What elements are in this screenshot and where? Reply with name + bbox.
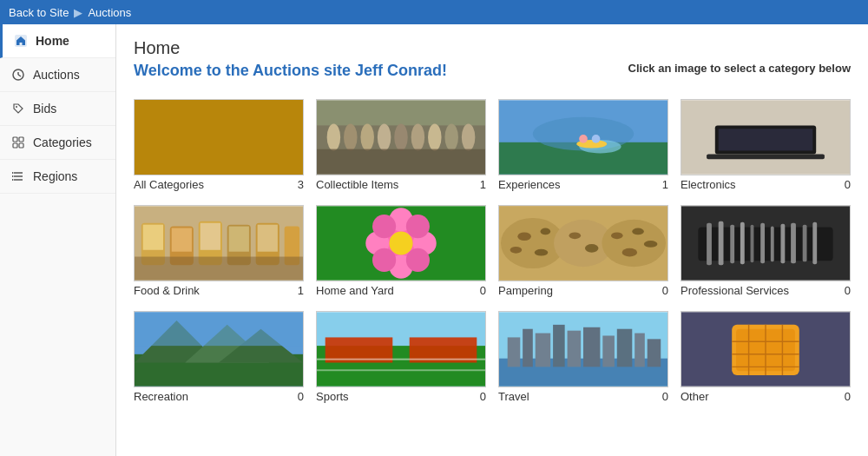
svg-rect-89 (803, 225, 807, 262)
category-grid: All Categories 3 (134, 99, 851, 403)
svg-rect-38 (707, 154, 825, 159)
category-electronics[interactable]: Electronics 0 (681, 99, 851, 191)
clock-icon (10, 67, 26, 83)
category-professional[interactable]: Professional Services 0 (681, 205, 851, 297)
grid-icon (10, 135, 26, 150)
svg-point-61 (406, 248, 430, 272)
category-count-home-yard: 0 (480, 284, 486, 297)
category-sports[interactable]: Sports 0 (316, 311, 486, 403)
svg-rect-41 (143, 225, 163, 250)
svg-rect-83 (740, 222, 745, 265)
category-count-recreation: 0 (298, 390, 304, 403)
sidebar-label-home: Home (36, 34, 69, 48)
svg-rect-86 (771, 227, 774, 262)
svg-rect-81 (719, 221, 724, 265)
svg-point-69 (541, 228, 551, 235)
sidebar-item-categories[interactable]: Categories (0, 126, 115, 160)
svg-rect-105 (508, 337, 521, 367)
category-recreation[interactable]: Recreation 0 (134, 311, 304, 403)
svg-point-62 (389, 231, 412, 254)
svg-rect-108 (553, 325, 565, 367)
svg-rect-96 (135, 312, 303, 346)
category-count-electronics: 0 (845, 178, 851, 191)
category-img-other[interactable] (681, 311, 851, 387)
svg-rect-114 (648, 339, 661, 367)
category-img-recreation[interactable] (134, 311, 304, 387)
category-label-pampering: Pampering (498, 284, 553, 297)
category-img-home-yard[interactable] (316, 205, 486, 281)
back-to-site-link[interactable]: Back to Site (9, 6, 69, 19)
sidebar-item-bids[interactable]: Bids (0, 92, 115, 126)
breadcrumb-current: Auctions (88, 6, 131, 19)
category-img-food[interactable] (134, 205, 304, 281)
category-collectible[interactable]: Collectible Items 1 (316, 99, 486, 191)
category-img-collectible[interactable] (316, 99, 486, 175)
category-pampering[interactable]: Pampering 0 (498, 205, 668, 297)
category-label-all: All Categories (134, 178, 204, 191)
svg-point-60 (372, 248, 396, 272)
category-home-yard[interactable]: Home and Yard 0 (316, 205, 486, 297)
svg-point-73 (585, 244, 599, 253)
svg-rect-6 (19, 137, 23, 142)
category-img-sports[interactable] (316, 311, 486, 387)
svg-rect-107 (536, 334, 550, 367)
svg-point-70 (510, 247, 523, 254)
svg-point-33 (579, 135, 588, 143)
svg-rect-101 (317, 359, 485, 360)
category-img-travel[interactable] (498, 311, 668, 387)
svg-rect-87 (780, 224, 785, 264)
category-label-electronics: Electronics (681, 178, 736, 191)
svg-rect-7 (13, 143, 17, 148)
category-count-pampering: 0 (662, 284, 668, 297)
category-experiences[interactable]: Experiences 1 (498, 99, 668, 191)
category-label-sports: Sports (316, 390, 349, 403)
category-label-food: Food & Drink (134, 284, 200, 297)
category-img-experiences[interactable] (498, 99, 668, 175)
svg-point-75 (632, 228, 644, 235)
main-content: Home Welcome to the Auctions site Jeff C… (116, 24, 868, 456)
svg-rect-47 (229, 227, 249, 252)
svg-rect-110 (583, 327, 600, 367)
svg-point-13 (12, 175, 14, 177)
svg-point-18 (327, 123, 341, 150)
svg-rect-113 (635, 334, 645, 367)
svg-rect-102 (317, 369, 485, 371)
welcome-message: Welcome to the Auctions site Jeff Conrad… (134, 62, 447, 80)
svg-point-14 (12, 179, 14, 181)
svg-rect-82 (730, 225, 734, 264)
category-all[interactable]: All Categories 3 (134, 99, 304, 191)
svg-line-3 (18, 75, 21, 76)
svg-point-12 (12, 172, 14, 174)
category-travel[interactable]: Travel 0 (498, 311, 668, 403)
svg-point-25 (444, 123, 458, 150)
sidebar-item-auctions[interactable]: Auctions (0, 58, 115, 92)
svg-rect-90 (812, 222, 817, 265)
sidebar-item-home[interactable]: Home (0, 24, 115, 58)
svg-rect-111 (602, 335, 615, 367)
svg-rect-45 (201, 223, 220, 250)
svg-rect-80 (707, 223, 712, 266)
category-img-professional[interactable] (681, 205, 851, 281)
svg-point-22 (394, 123, 408, 150)
list-icon (10, 169, 26, 184)
sidebar-label-bids: Bids (33, 102, 56, 116)
category-label-collectible: Collectible Items (316, 178, 398, 191)
category-label-other: Other (681, 390, 709, 403)
category-img-all[interactable] (134, 99, 304, 175)
category-other[interactable]: Other 0 (681, 311, 851, 403)
svg-point-24 (428, 123, 442, 150)
category-food[interactable]: Food & Drink 1 (134, 205, 304, 297)
category-label-home-yard: Home and Yard (316, 284, 394, 297)
category-img-pampering[interactable] (498, 205, 668, 281)
svg-rect-27 (317, 149, 485, 175)
svg-point-74 (611, 232, 623, 239)
category-count-other: 0 (845, 390, 851, 403)
svg-rect-106 (523, 329, 533, 367)
category-img-electronics[interactable] (681, 99, 851, 175)
page-title: Home (134, 38, 851, 58)
category-label-experiences: Experiences (498, 178, 561, 191)
category-count-all: 3 (298, 178, 304, 191)
svg-rect-84 (751, 225, 754, 263)
svg-rect-5 (13, 137, 17, 142)
sidebar-item-regions[interactable]: Regions (0, 160, 115, 194)
